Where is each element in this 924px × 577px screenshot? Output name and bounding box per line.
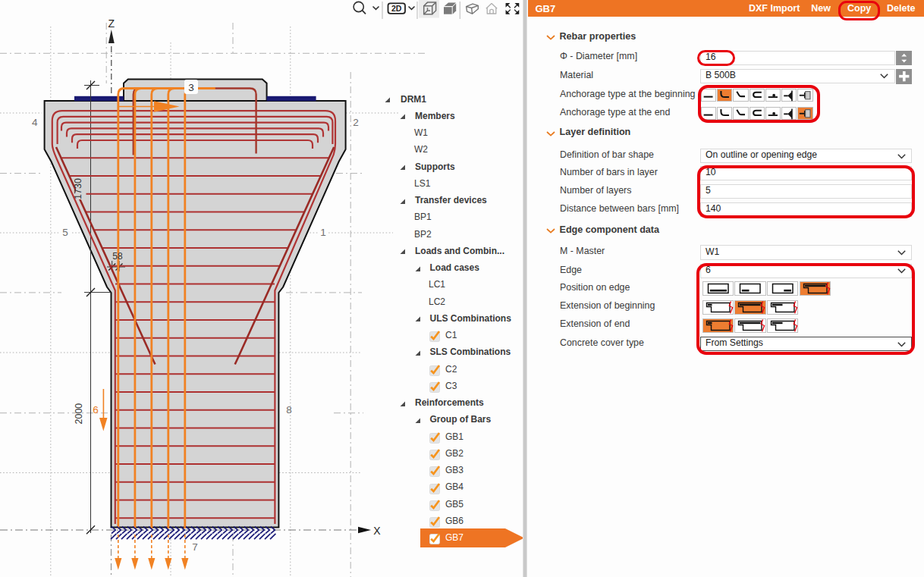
svg-text:1: 1: [320, 227, 326, 238]
svg-text:2D: 2D: [391, 4, 402, 13]
svg-text:1730: 1730: [73, 178, 83, 199]
svg-text:58: 58: [112, 251, 123, 262]
svg-text:X: X: [373, 525, 381, 537]
svg-text:3: 3: [188, 82, 194, 93]
svg-text:Z: Z: [108, 17, 115, 30]
svg-text:7: 7: [192, 541, 198, 553]
svg-text:4: 4: [32, 117, 38, 128]
svg-text:2000: 2000: [74, 403, 84, 425]
svg-text:8: 8: [286, 404, 292, 416]
svg-text:6: 6: [93, 404, 99, 416]
svg-text:2: 2: [353, 117, 359, 128]
svg-text:5: 5: [62, 227, 68, 238]
